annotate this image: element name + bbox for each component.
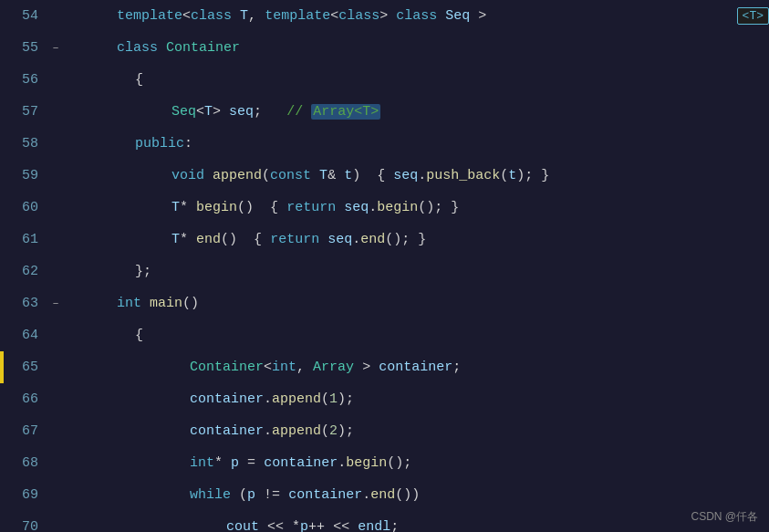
code-editor: 54 template<class T, template<class> cla…: [0, 0, 769, 532]
line-number-68: 68: [0, 455, 47, 471]
line-number-70: 70: [0, 519, 47, 532]
yellow-indicator-65: [0, 351, 4, 383]
collapse-icon-55[interactable]: −: [53, 43, 59, 54]
collapse-icon-63[interactable]: −: [53, 298, 59, 309]
line-number-66: 66: [0, 391, 47, 407]
line-number-56: 56: [0, 72, 47, 88]
line-number-64: 64: [0, 328, 47, 343]
line-number-63: 63: [0, 296, 47, 311]
line-number-54: 54: [0, 8, 47, 24]
gutter-63[interactable]: −: [47, 298, 64, 309]
line-number-60: 60: [0, 200, 47, 215]
line-number-67: 67: [0, 423, 47, 439]
watermark: CSDN @仟各: [691, 509, 758, 525]
line-number-65: 65: [0, 360, 47, 375]
line-number-59: 59: [0, 168, 47, 183]
line-number-61: 61: [0, 232, 47, 247]
code-line-70: 70 cout << *p++ << endl;: [0, 511, 769, 532]
gutter-55[interactable]: −: [47, 43, 64, 54]
line-content-70: cout << *p++ << endl;: [64, 479, 769, 532]
line-number-69: 69: [0, 487, 47, 503]
line-number-57: 57: [0, 104, 47, 120]
line-number-55: 55: [0, 40, 47, 56]
line-number-58: 58: [0, 136, 47, 151]
line-number-62: 62: [0, 264, 47, 279]
